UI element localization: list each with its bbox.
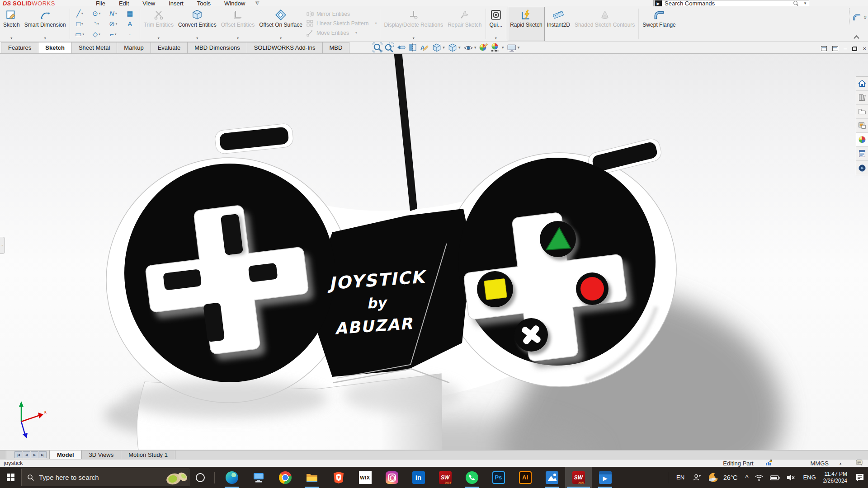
overflow-chevron-icon[interactable]: » (862, 15, 868, 19)
weather-icon[interactable] (704, 467, 722, 488)
menu-edit[interactable]: Edit (119, 0, 129, 6)
minimize-button[interactable]: – (844, 46, 847, 52)
taskbar-solidworks-running[interactable]: SW2021 (565, 467, 592, 488)
view-settings-caret-icon[interactable]: ▼ (517, 46, 520, 50)
spline-tool[interactable]: N▾ (105, 8, 122, 19)
splitter-handle[interactable] (0, 450, 6, 459)
display-style-button[interactable]: ▼ (447, 42, 461, 52)
pattern-tool[interactable]: ▦ (122, 8, 138, 19)
taskbar-wix[interactable]: WIX (352, 467, 378, 488)
menu-tools[interactable]: Tools (197, 0, 211, 6)
line-tool[interactable]: ╱▾ (71, 8, 88, 19)
smart-dimension-flyout-icon[interactable]: ▾ (44, 35, 46, 41)
appearances-tab[interactable] (856, 133, 868, 147)
cortana-button[interactable] (189, 473, 211, 482)
search-highlight-image[interactable] (164, 469, 189, 486)
first-tab-button[interactable]: |◀ (14, 451, 22, 458)
close-button[interactable]: × (863, 46, 866, 52)
view-settings-button[interactable]: ▼ (506, 42, 520, 52)
rapid-sketch-button[interactable]: Rapid Sketch (508, 7, 544, 41)
design-library-tab[interactable] (856, 91, 868, 105)
last-tab-button[interactable]: ▶| (39, 451, 47, 458)
solidworks-forum-tab[interactable] (856, 161, 868, 175)
convert-flyout-icon[interactable]: ▾ (196, 35, 198, 41)
feature-manager-collapse-tab[interactable]: ◦ (0, 237, 5, 254)
command-search[interactable]: ▶ Search Commands ▼ (653, 0, 809, 6)
convert-entities-button[interactable]: Convert Entities ▾ (176, 7, 219, 41)
temperature-label[interactable]: 26°C (722, 474, 742, 481)
hide-show-caret-icon[interactable]: ▼ (473, 46, 477, 50)
left-shoulder-button[interactable] (214, 123, 294, 155)
fillet-tool[interactable]: ⌐▾ (105, 29, 122, 39)
search-icon[interactable] (793, 1, 799, 6)
tab-model[interactable]: Model (49, 450, 82, 459)
apply-scene-caret-icon[interactable]: ▼ (501, 46, 505, 50)
home-tab[interactable] (856, 77, 868, 91)
input-language[interactable]: ENG (798, 474, 820, 481)
view-palette-tab[interactable] (856, 119, 868, 133)
taskbar-linkedin[interactable]: in (405, 467, 432, 488)
search-scope-icon[interactable]: ▶ (655, 0, 662, 6)
performance-icon[interactable] (765, 460, 773, 467)
taskbar-movies-tv[interactable]: ▶ (592, 467, 618, 488)
units-caret-icon[interactable]: ▴ (840, 461, 841, 465)
taskbar-brave[interactable] (325, 467, 352, 488)
dpad-right-button[interactable] (248, 263, 278, 282)
apply-scene-button[interactable]: ▼ (491, 42, 505, 52)
polygon-tool[interactable]: ◇▾ (88, 29, 105, 39)
tab-sheet-metal[interactable]: Sheet Metal (71, 42, 117, 53)
new-window-icon[interactable] (821, 46, 827, 51)
action-center-icon[interactable] (852, 467, 868, 488)
display-style-caret-icon[interactable]: ▼ (458, 46, 461, 50)
text-tool[interactable]: A (122, 19, 138, 29)
tab-3d-views[interactable]: 3D Views (82, 450, 122, 459)
menu-file[interactable]: File (96, 0, 105, 6)
view-orientation-caret-icon[interactable]: ▼ (442, 46, 445, 50)
taskbar-solidworks-pinned[interactable]: SW2021 (432, 467, 458, 488)
graphics-viewport[interactable]: JOYSTICK by ABUZAR (0, 54, 868, 450)
zoom-to-fit-button[interactable] (373, 42, 382, 52)
offset-surface-flyout-icon[interactable]: ▾ (280, 35, 282, 41)
previous-view-button[interactable] (396, 42, 406, 52)
battery-icon[interactable] (767, 467, 783, 488)
joystick-model[interactable]: JOYSTICK by ABUZAR (0, 54, 868, 450)
tab-motion-study-1[interactable]: Motion Study 1 (121, 450, 175, 459)
section-view-button[interactable] (408, 42, 418, 52)
taskbar-file-explorer[interactable] (298, 467, 325, 488)
point-tool[interactable]: · (122, 29, 138, 39)
custom-properties-tab[interactable] (856, 147, 868, 161)
tile-window-icon[interactable] (832, 46, 838, 51)
menu-window[interactable]: Window (224, 0, 245, 6)
yellow-square-button[interactable] (484, 278, 507, 300)
wifi-icon[interactable] (751, 467, 767, 488)
swept-flange-button[interactable]: Swept Flange (640, 7, 678, 41)
taskbar-search[interactable]: Type here to search (21, 469, 189, 486)
tray-expand-icon[interactable]: ^ (742, 467, 751, 488)
start-button[interactable] (0, 467, 21, 488)
dynamic-annotation-button[interactable]: A (420, 42, 429, 52)
tab-sketch[interactable]: Sketch (38, 42, 72, 53)
people-icon[interactable] (689, 467, 704, 488)
restore-button[interactable] (852, 47, 857, 51)
smart-dimension-button[interactable]: Smart Dimension ▾ (22, 7, 68, 41)
taskbar-chrome[interactable] (272, 467, 298, 488)
taskbar-photos[interactable] (538, 467, 565, 488)
tab-evaluate[interactable]: Evaluate (151, 42, 188, 53)
tab-solidworks-add-ins[interactable]: SOLIDWORKS Add-Ins (247, 42, 323, 53)
input-language-short[interactable]: EN (672, 474, 689, 481)
circle-tool[interactable]: ⊙▾ (88, 8, 105, 19)
tab-mbd[interactable]: MBD (322, 42, 350, 53)
volume-muted-icon[interactable] (783, 467, 798, 488)
arc-tool[interactable]: ◝▾ (88, 19, 105, 29)
quick-snaps-button[interactable]: Qui... ▾ (487, 7, 505, 41)
rectangle-tool[interactable]: □▾ (71, 19, 88, 29)
taskbar-instagram[interactable] (378, 467, 405, 488)
taskbar-clock[interactable]: 11:47 PM 2/26/2024 (821, 471, 852, 484)
taskbar-edge[interactable] (218, 467, 245, 488)
offset-on-surface-button[interactable]: Offset On Surface ▾ (257, 7, 305, 41)
edit-appearance-button[interactable] (479, 42, 489, 52)
tags-icon[interactable] (856, 460, 863, 467)
tab-mbd-dimensions[interactable]: MBD Dimensions (187, 42, 247, 53)
taskbar-remote-desktop[interactable] (245, 467, 272, 488)
next-tab-button[interactable]: ▶ (31, 451, 38, 458)
